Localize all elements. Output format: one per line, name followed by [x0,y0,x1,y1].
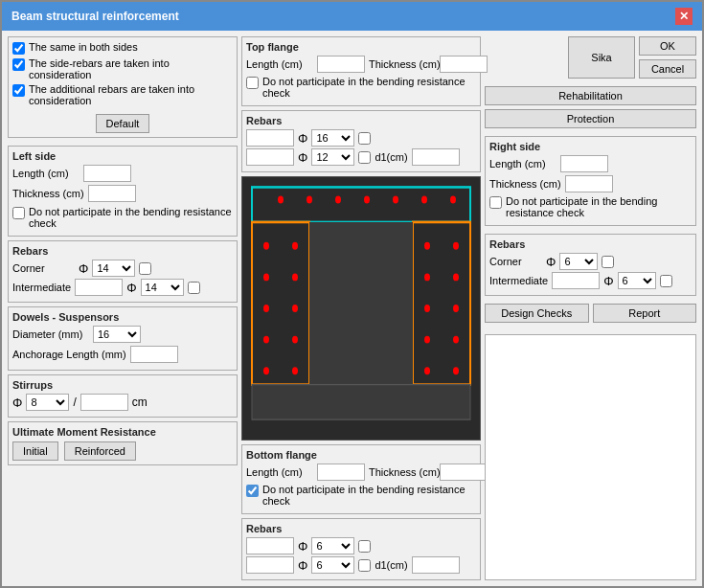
d1-input-bot[interactable]: 0 [412,556,460,574]
cancel-button[interactable]: Cancel [639,59,696,79]
right-thickness-input[interactable]: 0 [565,175,613,192]
stirrups-phi-select[interactable]: 8106 [26,394,69,411]
bottom-rebar2-count[interactable]: 0 [246,556,294,574]
svg-rect-3 [309,222,413,385]
intermediate-phi-select[interactable]: 141216 [141,279,184,296]
design-checks-button[interactable]: Design Checks [485,304,589,323]
reinforced-button[interactable]: Reinforced [64,441,136,461]
bottom-no-bend-label: Do not participate in the bending resist… [262,484,476,507]
right-rebars-title: Rebars [489,238,692,250]
phi-symbol-left-int: Φ [126,281,136,295]
diameter-label: Diameter (mm) [12,328,89,340]
top-no-bend-checkbox[interactable] [246,77,259,89]
svg-rect-0 [252,187,470,222]
svg-point-30 [424,367,430,374]
right-corner-phi-select[interactable]: 6810 [559,253,598,270]
bottom-no-bend-checkbox[interactable] [246,485,259,497]
left-length-input[interactable]: 50 [83,165,131,182]
right-intermediate-count[interactable]: 0 [552,272,600,289]
corner-checkbox[interactable] [139,262,151,275]
svg-point-20 [263,367,269,374]
protection-button[interactable]: Protection [485,109,696,128]
additional-rebars-checkbox[interactable] [12,84,25,97]
right-side-title: Right side [489,141,692,152]
svg-point-18 [263,336,269,344]
svg-point-10 [421,196,427,204]
close-button[interactable]: ✕ [675,8,693,25]
title-bar: Beam structural reinforcement ✕ [2,2,702,31]
svg-point-14 [263,273,269,281]
phi-symbol-left-corner: Φ [79,261,88,276]
initial-button[interactable]: Initial [12,441,58,461]
right-intermediate-row: Intermediate 0 Φ 6810 [489,272,692,289]
d1-input-top[interactable]: 3 [412,148,460,166]
bottom-rebar1-phi[interactable]: 6810 [311,537,354,554]
right-length-input[interactable]: 120 [560,155,608,172]
bottom-thickness-input[interactable]: 0 [440,464,488,481]
right-length-row: Length (cm) 120 [489,155,692,172]
top-rebar2-count[interactable]: 2 [246,148,294,166]
svg-rect-2 [413,222,470,385]
svg-point-13 [292,242,298,250]
right-intermediate-phi-select[interactable]: 6810 [618,272,656,289]
report-area [485,334,696,580]
additional-rebars-label: The additional rebars are taken into con… [29,83,233,106]
bottom-rebar1-count[interactable]: 4 [246,537,294,554]
side-rebars-checkbox[interactable] [12,58,25,71]
ok-button[interactable]: OK [639,36,696,56]
phi-symbol-right-int: Φ [603,274,613,288]
left-column: The same in both sides The side-rebars a… [8,36,238,580]
svg-point-6 [307,196,312,204]
same-both-sides-checkbox[interactable] [12,42,25,55]
right-thickness-row: Thickness (cm) 0 [489,175,692,192]
bottom-rebar2-checkbox[interactable] [358,559,371,572]
left-thickness-input[interactable]: 10 [88,185,136,202]
rehabilitation-button[interactable]: Rehabilitation [485,86,696,105]
top-rebar-row2: 2 Φ 121614 d1(cm) 3 [246,148,476,166]
stirrups-spacing-input[interactable]: 10 [80,394,128,411]
svg-point-12 [263,242,269,250]
left-no-bend-checkbox[interactable] [12,207,25,219]
bottom-rebar1-checkbox[interactable] [358,540,371,553]
anchorage-row: Anchorage Length (mm) 100 [12,346,233,363]
diameter-select[interactable]: 161220 [93,326,141,343]
diameter-row: Diameter (mm) 161220 [12,326,233,343]
side-rebars-row: The side-rebars are taken into considera… [12,57,233,80]
right-corner-checkbox[interactable] [602,256,614,268]
bottom-length-input[interactable]: 120 [317,464,365,481]
bottom-flange-title: Bottom flange [246,449,476,461]
right-no-bend-checkbox[interactable] [489,196,502,209]
intermediate-checkbox[interactable] [188,282,200,294]
top-rebar1-phi[interactable]: 161214 [311,129,354,147]
ultimate-title: Ultimate Moment Resistance [12,426,233,438]
svg-rect-1 [252,222,309,385]
svg-point-19 [292,336,298,344]
bottom-no-bend-row: Do not participate in the bending resist… [246,484,476,507]
top-length-row: Length (cm) 0 Thickness (cm) 0 [246,56,476,73]
beam-image [241,176,481,441]
svg-point-8 [364,196,370,204]
right-corner-label: Corner [489,256,542,267]
top-length-input[interactable]: 0 [317,56,365,73]
top-rebar-row1: 4 Φ 161214 [246,129,476,147]
svg-point-11 [450,196,456,204]
intermediate-count-input[interactable]: 3 [75,279,123,296]
bottom-rebar-row1: 4 Φ 6810 [246,537,476,554]
default-button[interactable]: Default [96,114,150,133]
corner-phi-select[interactable]: 141216 [92,260,135,277]
top-rebar1-count[interactable]: 4 [246,129,294,147]
top-no-bend-label: Do not participate in the bending resist… [262,76,476,99]
top-rebar1-checkbox[interactable] [358,132,371,145]
svg-point-26 [424,305,430,312]
report-button[interactable]: Report [593,304,697,323]
right-intermediate-checkbox[interactable] [660,275,672,287]
sika-button[interactable]: Sika [568,36,635,79]
bottom-rebar2-phi[interactable]: 6810 [311,556,354,574]
left-length-row: Length (cm) 50 [12,165,233,182]
top-thickness-input[interactable]: 0 [440,56,488,73]
right-no-bend-label: Do not participate in the bending resist… [506,195,692,218]
anchorage-input[interactable]: 100 [130,346,178,363]
top-rebar2-checkbox[interactable] [358,151,371,164]
left-length-label: Length (cm) [12,168,79,179]
top-rebar2-phi[interactable]: 121614 [311,148,354,166]
